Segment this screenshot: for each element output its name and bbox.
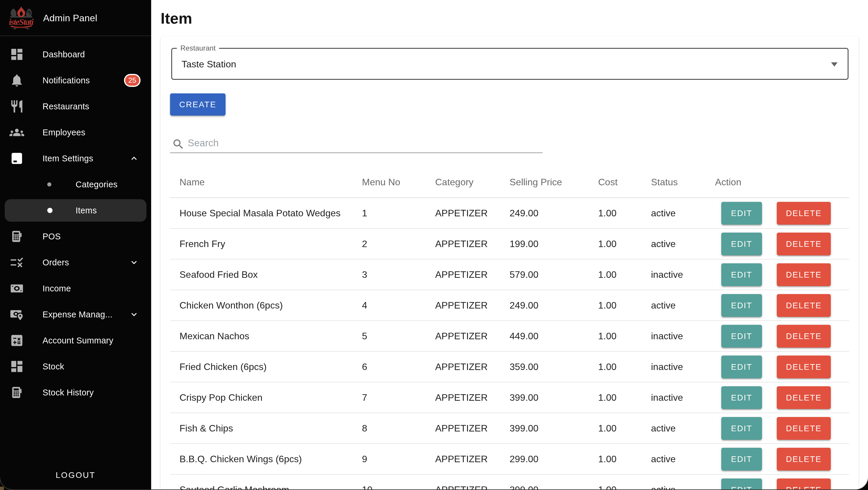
svg-text:isteStati: isteStati [9,17,34,27]
